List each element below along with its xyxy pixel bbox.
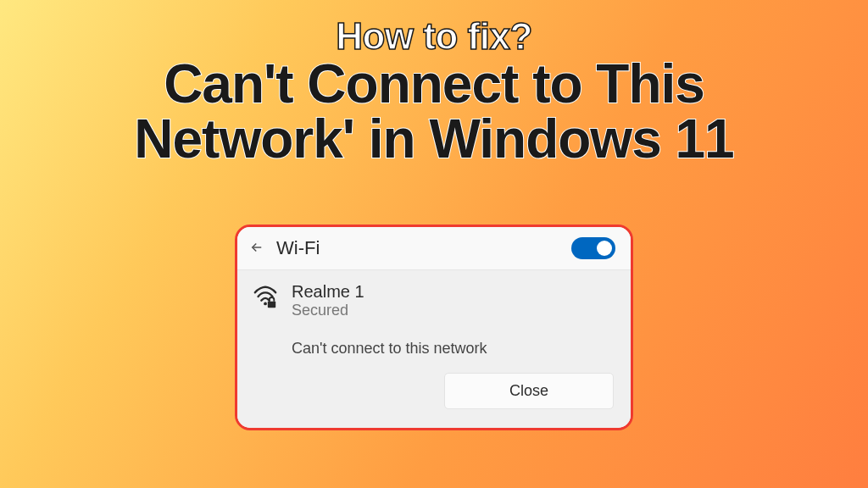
toggle-knob xyxy=(597,241,612,256)
network-status: Secured xyxy=(292,302,364,319)
close-button[interactable]: Close xyxy=(444,373,614,409)
heading-line1: How to fix? xyxy=(0,15,868,58)
wifi-flyout-panel: Wi-Fi Realme 1 Secured Can't connect to … xyxy=(235,225,633,430)
network-name: Realme 1 xyxy=(292,282,364,302)
page-heading: How to fix? Can't Connect to This Networ… xyxy=(0,0,868,168)
error-message: Can't connect to this network xyxy=(237,326,631,361)
back-arrow-icon[interactable] xyxy=(249,240,264,258)
wifi-toggle[interactable] xyxy=(571,237,615,259)
heading-line2a: Can't Connect to This xyxy=(0,56,868,113)
panel-header: Wi-Fi xyxy=(237,227,631,269)
wifi-secured-icon xyxy=(253,284,278,309)
panel-title: Wi-Fi xyxy=(276,237,320,259)
heading-line2b: Network' in Windows 11 xyxy=(0,111,868,168)
network-info: Realme 1 Secured xyxy=(292,282,364,319)
svg-rect-1 xyxy=(268,302,275,308)
network-row[interactable]: Realme 1 Secured xyxy=(237,269,631,326)
svg-point-0 xyxy=(264,302,267,306)
button-row: Close xyxy=(237,361,631,428)
panel-header-left: Wi-Fi xyxy=(249,237,320,259)
